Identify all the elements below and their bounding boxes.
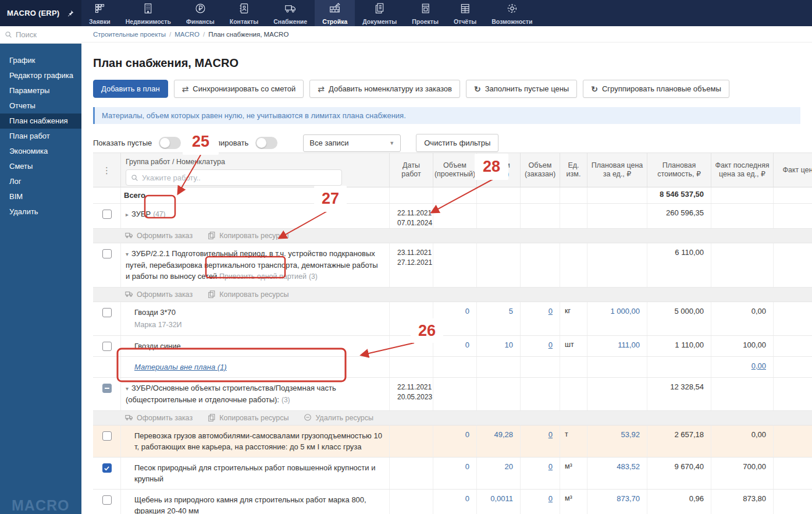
caret-down-icon[interactable]: ▾ — [126, 251, 129, 257]
vol-proj-cell[interactable]: 0 — [433, 426, 477, 457]
vol-ordered-cell[interactable]: 0 — [521, 302, 560, 335]
breadcrumb-link-macro[interactable]: MACRO — [174, 31, 200, 38]
row-checkbox[interactable] — [102, 495, 112, 505]
vol-plan-cell[interactable]: 20 — [477, 458, 521, 489]
vol-proj-cell[interactable] — [433, 204, 477, 228]
plan-price-cell[interactable]: 483,52 — [587, 458, 647, 489]
sidebar-search-input[interactable] — [16, 30, 74, 39]
vol-plan-cell[interactable]: 0,0011 — [477, 490, 521, 514]
sidebar-item-план-снабжения[interactable]: План снабжения — [0, 114, 81, 129]
row-checkbox[interactable] — [102, 308, 112, 317]
vol-plan-cell[interactable]: 10 — [477, 336, 521, 356]
action-remove-button[interactable]: Удалить ресурсы — [304, 413, 373, 423]
caret-right-icon[interactable]: ▸ — [126, 211, 129, 218]
vol-plan-cell[interactable] — [477, 243, 521, 287]
sidebar-item-отчеты[interactable]: Отчеты — [0, 98, 81, 114]
nav-item-building[interactable]: Недвижимость — [118, 0, 179, 26]
plan-price-cell[interactable] — [587, 187, 647, 203]
sidebar-search[interactable] — [0, 26, 81, 44]
vol-plan-cell[interactable]: 5 — [477, 302, 521, 335]
nav-item-projects[interactable]: Проекты — [404, 0, 446, 26]
vol-ordered-cell[interactable] — [521, 357, 560, 377]
action-copy-button[interactable]: Копировать ресурсы — [208, 413, 289, 423]
plan-price-cell[interactable]: 873,70 — [587, 490, 647, 514]
vol-proj-cell[interactable] — [433, 357, 477, 377]
clear-filters-button[interactable]: Очистить фильтры — [416, 134, 498, 152]
out-of-plan-link[interactable]: Материалы вне плана (1) — [134, 363, 227, 371]
nav-item-reports[interactable]: Отчёты — [446, 0, 484, 26]
vol-plan-cell[interactable]: 49,28 — [477, 426, 521, 457]
fill-empty-prices-button[interactable]: Заполнить пустые цены — [466, 80, 577, 98]
fact-price-link[interactable]: 0,00 — [752, 361, 766, 370]
row-checkbox[interactable] — [102, 463, 112, 473]
plan-price-cell[interactable] — [587, 204, 647, 228]
vol-ordered-cell[interactable]: 0 — [521, 336, 560, 356]
vol-ordered-cell[interactable] — [521, 204, 560, 228]
records-select[interactable]: Все записи▼ — [303, 134, 401, 152]
add-nomenclature-button[interactable]: Добавить номенклатуру из заказов — [309, 80, 460, 98]
vol-ordered-link[interactable]: 0 — [549, 307, 553, 316]
plan-price-cell[interactable]: 53,92 — [587, 426, 647, 457]
plan-price-cell[interactable] — [587, 357, 647, 377]
vol-ordered-cell[interactable] — [521, 243, 560, 287]
plan-price-cell[interactable]: 1 000,00 — [587, 302, 647, 335]
vol-proj-cell[interactable] — [433, 243, 477, 287]
vol-ordered-cell[interactable]: 0 — [521, 490, 560, 514]
row-checkbox[interactable] — [102, 210, 112, 219]
vol-proj-cell[interactable] — [433, 378, 477, 410]
nav-item-grid[interactable]: Заявки — [81, 0, 118, 26]
vol-plan-cell[interactable] — [477, 357, 521, 377]
breadcrumb-link-projects[interactable]: Строительные проекты — [93, 31, 166, 38]
vol-proj-cell[interactable]: 0 — [433, 490, 477, 514]
group-name[interactable]: ЗУБР — [131, 210, 151, 218]
nav-item-ruble[interactable]: Финансы — [179, 0, 222, 26]
row-checkbox[interactable] — [102, 249, 112, 258]
sidebar-item-график[interactable]: График — [0, 53, 81, 68]
sidebar-item-параметры[interactable]: Параметры — [0, 83, 81, 98]
vol-plan-cell[interactable] — [477, 204, 521, 228]
nav-item-documents[interactable]: Документы — [355, 0, 404, 26]
add-to-plan-button[interactable]: Добавить в план — [93, 80, 168, 98]
plan-price-cell[interactable] — [587, 243, 647, 287]
nav-item-contacts[interactable]: Контакты — [222, 0, 266, 26]
vol-ordered-link[interactable]: 0 — [549, 462, 553, 471]
row-menu-icon[interactable]: ⋮ — [93, 153, 121, 187]
row-checkbox[interactable] — [102, 384, 112, 393]
work-search-input[interactable] — [142, 173, 337, 182]
sidebar-item-план-работ[interactable]: План работ — [0, 129, 81, 144]
vol-plan-cell[interactable] — [477, 378, 521, 410]
work-search-combo[interactable] — [126, 169, 342, 186]
nav-item-gear[interactable]: Возможности — [484, 0, 540, 26]
action-truck-button[interactable]: Оформить заказ — [125, 290, 193, 300]
nav-item-truck[interactable]: Снабжение — [266, 0, 315, 26]
vol-ordered-cell[interactable]: 0 — [521, 426, 560, 457]
sidebar-item-удалить[interactable]: Удалить — [0, 204, 81, 219]
action-truck-button[interactable]: Оформить заказ — [125, 413, 193, 423]
caret-down-icon[interactable]: ▾ — [126, 385, 129, 392]
plan-price-cell[interactable]: 111,00 — [587, 336, 647, 356]
vol-ordered-cell[interactable]: 0 — [521, 458, 560, 489]
sidebar-item-лог[interactable]: Лог — [0, 174, 81, 189]
vol-ordered-cell[interactable] — [521, 187, 560, 203]
action-copy-button[interactable]: Копировать ресурсы — [208, 290, 289, 300]
vol-ordered-link[interactable]: 0 — [549, 494, 553, 503]
show-empty-toggle[interactable] — [159, 137, 181, 149]
group-name[interactable]: ЗУБР/Основные объекты строительства/Подз… — [126, 384, 336, 404]
sidebar-item-сметы[interactable]: Сметы — [0, 159, 81, 174]
group-toggle[interactable] — [255, 137, 277, 149]
vol-ordered-link[interactable]: 0 — [549, 341, 553, 349]
sidebar-item-редактор-графика[interactable]: Редактор графика — [0, 68, 81, 83]
pin-icon[interactable] — [66, 9, 74, 17]
sync-estimate-button[interactable]: Синхронизировать со сметой — [174, 80, 304, 98]
action-truck-button[interactable]: Оформить заказ — [125, 231, 193, 241]
vol-proj-cell[interactable]: 0 — [433, 336, 477, 356]
sidebar-item-экономика[interactable]: Экономика — [0, 144, 81, 159]
sidebar-item-bim[interactable]: BIM — [0, 189, 81, 204]
plan-price-cell[interactable] — [587, 378, 647, 410]
nav-item-construction[interactable]: Стройка — [315, 0, 355, 26]
group-planned-volumes-button[interactable]: Сгруппировать плановые объемы — [583, 80, 729, 98]
vol-ordered-link[interactable]: 0 — [549, 430, 553, 439]
vol-plan-cell[interactable] — [477, 187, 521, 203]
vol-proj-cell[interactable]: 0 — [433, 302, 477, 335]
vol-proj-cell[interactable] — [433, 187, 477, 203]
